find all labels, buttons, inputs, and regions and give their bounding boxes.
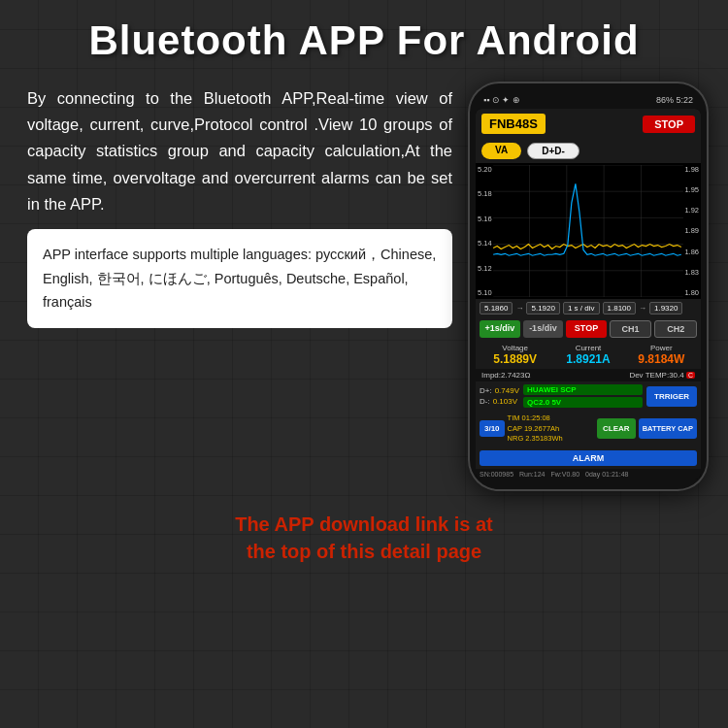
range-v-end: 5.1920: [526, 302, 559, 314]
dp-dm-values: D+: 0.749V D-: 0.103V: [480, 386, 519, 406]
dev-temp: Dev TEMP:30.4 C: [629, 371, 695, 380]
alarm-button[interactable]: ALARM: [480, 450, 697, 466]
voltage-value: 5.1889V: [480, 352, 550, 366]
btn-ch2[interactable]: CH2: [654, 320, 697, 338]
footer-section: The APP download link is atthe top of th…: [0, 499, 728, 571]
language-box: APP interface supports multiple language…: [27, 229, 452, 328]
timer-info: TIM 01:25:08 CAP 19.2677Ah NRG 2.35183Wh: [508, 414, 594, 445]
range-v-start: 5.1860: [480, 302, 513, 314]
power-label: Power: [626, 344, 697, 352]
phone-screen: FNB48S STOP VA D+D- 5.20 5.18 5.16 5.14 …: [476, 109, 701, 480]
range-time-div: 1 s / div: [563, 302, 600, 314]
fw-value: Fw:V0.80: [551, 471, 580, 478]
btn-plus-div[interactable]: +1s/div: [480, 320, 520, 338]
chart-scale-right: 1.98 1.95 1.92 1.89 1.86 1.83 1.80: [684, 163, 699, 299]
dp-dm-section: D+: 0.749V D-: 0.103V HUAWEI SCP QC2.0 5…: [476, 381, 701, 411]
header-section: Bluetooth APP For Android: [0, 0, 728, 74]
phone-status-bar: ▪▪ ⊙ ✦ ⊕ 86% 5:22: [476, 95, 701, 109]
tab-va[interactable]: VA: [481, 143, 521, 159]
power-item: Power 9.8184W: [626, 344, 697, 366]
clear-button[interactable]: CLEAR: [597, 418, 636, 439]
voltage-label: Voltage: [480, 344, 550, 352]
main-description: By connecting to the Bluetooth APP,Real-…: [27, 85, 452, 217]
current-value: 1.8921A: [552, 352, 623, 366]
chart-svg: [476, 165, 701, 297]
dm-row: D-: 0.103V: [480, 397, 519, 406]
footer-text: The APP download link is atthe top of th…: [235, 513, 493, 562]
trigger-button[interactable]: TRRIGER: [646, 386, 697, 407]
phone-container: ▪▪ ⊙ ✦ ⊕ 86% 5:22 FNB48S STOP VA D+D-: [468, 82, 709, 491]
run-value: Run:124: [519, 471, 545, 478]
app-stop-button[interactable]: STOP: [643, 116, 695, 133]
protocol2-badge: QC2.0 5V: [523, 397, 643, 408]
btn-stop[interactable]: STOP: [566, 320, 607, 338]
battery-cap-button[interactable]: BATTERY CAP: [639, 418, 697, 439]
app-tabs: VA D+D-: [476, 139, 701, 163]
sn-row: SN:000985 Run:124 Fw:V0.80 0day 01:21:48: [476, 469, 701, 480]
alarm-row: ALARM: [476, 447, 701, 469]
app-title: FNB48S: [481, 114, 546, 134]
left-section: By connecting to the Bluetooth APP,Real-…: [27, 82, 452, 328]
voltage-item: Voltage 5.1889V: [480, 344, 550, 366]
control-buttons: +1s/div -1s/div STOP CH1 CH2: [476, 317, 701, 341]
language-text: APP interface supports multiple language…: [43, 247, 436, 310]
dm-value: 0.103V: [493, 397, 517, 406]
celsius-badge: C: [686, 372, 695, 379]
dp-value: 0.749V: [495, 386, 519, 395]
chart-area: 5.20 5.18 5.16 5.14 5.12 5.10 1.98 1.95 …: [476, 163, 701, 299]
cap-value: CAP 19.2677Ah: [508, 424, 560, 433]
status-right: 86% 5:22: [656, 95, 693, 105]
btn-ch1[interactable]: CH1: [610, 320, 652, 338]
status-left: ▪▪ ⊙ ✦ ⊕: [483, 95, 520, 105]
uptime-value: 0day 01:21:48: [585, 471, 628, 478]
dp-row: D+: 0.749V: [480, 386, 519, 395]
nrg-value: NRG 2.35183Wh: [508, 434, 563, 443]
tab-dd[interactable]: D+D-: [527, 143, 579, 159]
main-content: By connecting to the Bluetooth APP,Real-…: [0, 74, 728, 499]
page-title: Bluetooth APP For Android: [19, 17, 709, 64]
vcp-row: Voltage 5.1889V Current 1.8921A Power 9.…: [476, 341, 701, 369]
protocol1-badge: HUAWEI SCP: [523, 384, 643, 395]
current-item: Current 1.8921A: [552, 344, 623, 366]
range-a-end: 1.9320: [649, 302, 682, 314]
impedance-row: Impd:2.7423Ω Dev TEMP:30.4 C: [476, 369, 701, 381]
impedance-value: Impd:2.7423Ω: [481, 371, 530, 380]
app-header: FNB48S STOP: [476, 109, 701, 139]
current-label: Current: [552, 344, 623, 352]
counter-badge: 3/10: [480, 420, 505, 437]
range-bar: 5.1860 → 5.1920 1 s / div 1.8100 → 1.932…: [476, 299, 701, 317]
btn-minus-div[interactable]: -1s/div: [523, 320, 564, 338]
phone-mockup: ▪▪ ⊙ ✦ ⊕ 86% 5:22 FNB48S STOP VA D+D-: [468, 82, 709, 491]
timer-row: 3/10 TIM 01:25:08 CAP 19.2677Ah NRG 2.35…: [476, 411, 701, 447]
sn-value: SN:000985: [480, 471, 513, 478]
timer-value: TIM 01:25:08: [508, 414, 550, 422]
chart-scale-left: 5.20 5.18 5.16 5.14 5.12 5.10: [478, 163, 492, 299]
range-a-start: 1.8100: [603, 302, 636, 314]
power-value: 9.8184W: [626, 352, 697, 366]
